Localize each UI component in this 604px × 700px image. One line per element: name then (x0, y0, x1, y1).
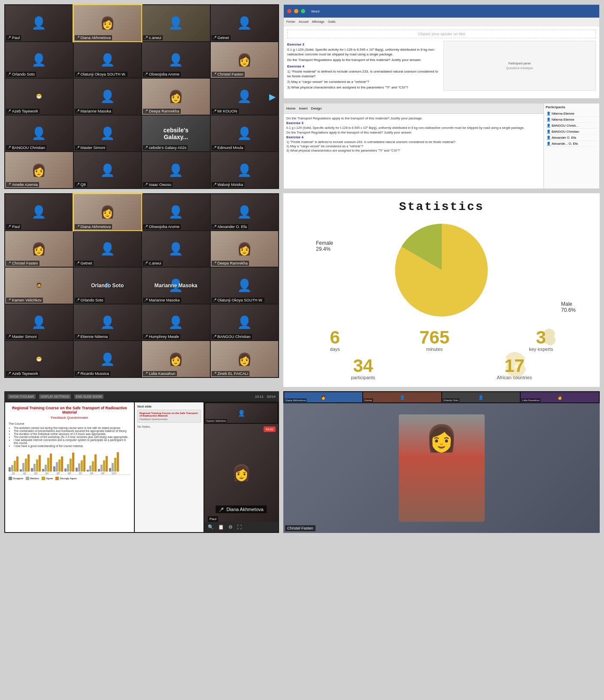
toolbar-icon-zoom[interactable]: 🔍 (208, 524, 214, 530)
stat-days: 6 days (330, 329, 340, 352)
video-tile[interactable]: 👤 Orlando Soto (5, 42, 73, 78)
bar-disagree (109, 468, 111, 472)
video-tile[interactable]: 👤 Master Simoni (74, 116, 142, 152)
participant-item[interactable]: Alexander O. Efa (546, 135, 598, 141)
participant-label: Isaac Owusu (143, 182, 173, 187)
mute-button[interactable]: Mute (264, 426, 276, 432)
video-tile[interactable]: 👩 Deepa Ramrekha (211, 231, 279, 267)
video-tile[interactable]: 👩 Christel Fasten (211, 42, 279, 78)
participant-label: Kamen Velichkov (6, 298, 43, 303)
video-tile[interactable]: 👤 Olatunji Okoya SOUTH W. (74, 42, 142, 78)
display-settings-btn[interactable]: DISPLAY SETTINGS (39, 394, 71, 399)
bar-group-q10: Q10 (109, 452, 119, 475)
toolbar-icon-copy[interactable]: 📋 (218, 524, 224, 530)
video-tile[interactable]: 👤 Getnet (211, 5, 279, 41)
video-tile[interactable]: 🧔 Kamen Velichkov (5, 268, 73, 304)
menu-item[interactable]: Fichier (286, 20, 295, 23)
header-video-tile[interactable]: 👤 Orlando Soto (442, 392, 520, 402)
menu-item[interactable]: Outils (328, 20, 336, 23)
male-text: Male (561, 301, 572, 307)
mic-icon (219, 507, 225, 512)
close-btn[interactable] (287, 9, 291, 13)
video-tile[interactable]: 👤 Orlando Soto Orlando Soto (74, 268, 142, 304)
end-slideshow-btn[interactable]: END SLIDE SHOW (74, 394, 104, 399)
participant-label: Paul (6, 224, 21, 229)
word-toolbar: Word (284, 5, 599, 18)
video-tile[interactable]: 👤 Etienne Nitiema (74, 304, 142, 341)
video-tile[interactable]: 👤 Master Simoni (5, 304, 73, 341)
video-tile-small[interactable]: 👤 Kamen Velichkov (205, 403, 277, 423)
video-tile[interactable]: 👤 Olatunji Okoya SOUTH W. (211, 268, 279, 304)
chat-panel: Home Insert Design Do the Transport Regu… (283, 103, 600, 189)
bar-group-q7: Q7 (76, 455, 85, 475)
chat-toolbar-item[interactable]: Insert (299, 107, 307, 110)
legend-label-disagree: Disagree (13, 477, 23, 480)
slide-number: 02/14 (267, 395, 276, 399)
word-content: Cliquez pour ajouter un titre Exercise 3… (284, 26, 599, 98)
video-tile[interactable]: 👤 Edmund Mvula (211, 116, 279, 152)
participant-label: Master Simoni (6, 334, 38, 339)
bar-disagree (20, 469, 22, 472)
video-tile[interactable]: 👤 Mr KOUON ▶ (211, 79, 279, 115)
video-tile[interactable]: 👩 Amelie Azernia (5, 152, 73, 188)
bar-agree (103, 460, 105, 472)
video-tile[interactable]: 👩 Christel Fasten (5, 231, 73, 267)
video-tile[interactable]: 👤 Olowojoba Arome (142, 194, 210, 230)
header-video-tile[interactable]: 👩 Lidia Kassahun (521, 392, 599, 402)
maximize-btn[interactable] (301, 9, 305, 13)
legend-agree: Agree (42, 477, 53, 480)
chat-toolbar-item[interactable]: Home (286, 107, 295, 110)
male-label: Male 70.6% (561, 301, 576, 313)
stat-days-number: 6 (330, 329, 340, 347)
participant-item[interactable]: Alexande... O. Efa (546, 141, 598, 147)
menu-item[interactable]: Affichage (312, 20, 325, 23)
video-tile[interactable]: 👤 BANGOU Christian (211, 304, 279, 341)
participant-label: Azeb Tayework (6, 109, 39, 114)
participant-item[interactable]: Nitiema Etienne (546, 111, 598, 117)
video-tile[interactable]: 👤 Paul (5, 194, 73, 230)
bar-medium (78, 463, 80, 472)
video-tile[interactable]: 👤 Alexander O. Efa (211, 194, 279, 230)
video-tile[interactable]: 👤 Humphrey Mwale (142, 304, 210, 341)
female-pct: 29.4% (316, 246, 331, 252)
next-slide-preview: Regional Training Course on the Safe Tra… (137, 410, 201, 423)
video-tile[interactable]: cebsile'sGalaxy... cebsile's Galaxy A02s (142, 116, 210, 152)
video-tile[interactable]: 👩 Deepa Ramrekha (142, 79, 210, 115)
video-tile[interactable]: 👤 Q8 (74, 152, 142, 188)
video-tile[interactable]: 👤 Paul (5, 5, 73, 41)
video-tile[interactable]: 👤 Olowojoba Arome (142, 42, 210, 78)
bar-strongly (50, 453, 52, 472)
show-toolbar-btn[interactable]: SHOW TOOLBAR (8, 394, 36, 399)
video-tile[interactable]: 👤 BANGOU Christian (5, 116, 73, 152)
video-tile[interactable]: 👤 Walunji Msiska (211, 152, 279, 188)
click-title-area[interactable]: Cliquez pour ajouter un titre (287, 30, 596, 38)
toolbar-icon-fullscreen[interactable]: ⛶ (237, 524, 242, 530)
bar-group-q9: Q9 (98, 456, 108, 475)
video-tile[interactable]: 👩 Diana Akhmetova (74, 5, 142, 41)
video-tile[interactable]: 👩 Lidia Kassahun (142, 341, 210, 377)
video-tile[interactable]: 👩 Diana Akhmetova (74, 194, 142, 230)
header-video-tile[interactable]: 👩 Diana Akhmetova (284, 392, 362, 402)
video-tile[interactable]: 😷 Azeb Tayework (5, 79, 73, 115)
video-tile[interactable]: 😷 Azeb Tayework (5, 341, 73, 377)
video-tile[interactable]: 👤 c.arwui (142, 5, 210, 41)
minimize-btn[interactable] (294, 9, 298, 13)
video-tile[interactable]: 👩 Zineb EL FAICALI (211, 341, 279, 377)
main-video-grid: 👤 Paul 👩 Diana Akhmetova 👤 c.arwui 👤 Get… (4, 4, 279, 189)
participant-item[interactable]: BANGOU Christian (546, 129, 598, 135)
header-video-tile[interactable]: 👤 Getnet (363, 392, 441, 402)
toolbar-icon-settings[interactable]: ⚙ (228, 524, 233, 530)
menu-item[interactable]: Accueil (299, 20, 309, 23)
participant-item[interactable]: Nitiema Etienne (546, 117, 598, 123)
participant-item[interactable]: BANGOU Christi... (546, 123, 598, 129)
chat-toolbar-item[interactable]: Design (311, 107, 322, 110)
bar-agree (47, 458, 49, 472)
video-tile[interactable]: 👤 Getnet (74, 231, 142, 267)
video-tile[interactable]: 👤 Isaac Owusu (142, 152, 210, 188)
video-tile[interactable]: 👤 Ricardo Mussica (74, 341, 142, 377)
bottom-person-label: Paul (208, 516, 218, 522)
video-tile[interactable]: 👤 Marianne Masoka Marianne Masoka (142, 268, 210, 304)
video-tile[interactable]: 👤 Marianne Masoka (74, 79, 142, 115)
video-tile[interactable]: 👤 c.arwui (142, 231, 210, 267)
participant-label: Marianne Masoka (75, 109, 113, 114)
